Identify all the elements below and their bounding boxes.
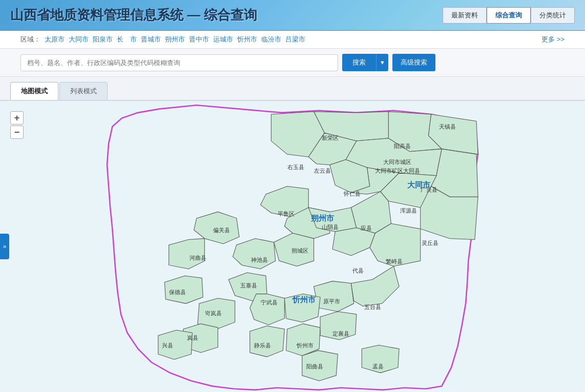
region-xinzhou[interactable]: 忻州市 (237, 35, 257, 44)
zoom-out-button[interactable]: − (10, 126, 24, 139)
search-input[interactable] (20, 54, 338, 71)
region-shuozhou[interactable]: 朔州市 (165, 35, 185, 44)
tab-map[interactable]: 地图模式 (10, 82, 58, 100)
zoom-in-button[interactable]: + (10, 111, 24, 125)
nav-btn-latest[interactable]: 最新资料 (443, 7, 487, 24)
search-dropdown-button[interactable]: ▼ (376, 54, 388, 71)
jingle-polygon[interactable] (250, 326, 285, 357)
region-jinzhong[interactable]: 晋中市 (189, 35, 209, 44)
nav-btn-stats[interactable]: 分类统计 (531, 7, 575, 24)
shenchi-polygon[interactable] (233, 238, 275, 269)
dai-polygon[interactable] (332, 228, 375, 256)
region-chang[interactable]: 长 市 (117, 35, 137, 44)
header: 山西省地质资料管理信息系统 — 综合查询 最新资料 综合查询 分类统计 (0, 0, 585, 31)
region-yuncheng[interactable]: 运城市 (213, 35, 233, 44)
region-toolbar: 区域： 太原市 大同市 阳泉市 长 市 晋城市 朔州市 晋中市 运城市 忻州市 … (0, 31, 585, 49)
xinzhoushi-polygon[interactable] (286, 324, 321, 356)
region-taiyuan[interactable]: 太原市 (45, 35, 65, 44)
wutai-polygon[interactable] (351, 266, 399, 306)
tabs: 地图模式 列表模式 (0, 77, 585, 101)
zoom-controls: + − (10, 111, 24, 139)
advanced-search-button[interactable]: 高级搜索 (392, 54, 435, 71)
dai-label: 代县 (352, 267, 364, 274)
dingxiang-polygon[interactable] (320, 312, 357, 340)
search-button[interactable]: 搜索 (342, 54, 376, 71)
page-title: 山西省地质资料管理信息系统 — 综合查询 (10, 6, 257, 24)
xing-polygon[interactable] (158, 330, 193, 359)
ningwu-polygon[interactable] (250, 294, 285, 325)
search-bar: 搜索 ▼ 高级搜索 (0, 49, 585, 77)
zuoyun-label: 左云县 (314, 168, 331, 174)
search-button-wrap: 搜索 ▼ (342, 54, 388, 71)
region-label: 区域： (20, 35, 40, 44)
region-linfen[interactable]: 临汾市 (261, 35, 281, 44)
xinzhou-polygon[interactable] (284, 294, 320, 322)
shuocheng2-polygon[interactable] (274, 233, 314, 266)
map-svg: 大同市 朔州市 忻州市 天镇县 阳高县 新荣区 大同市城区 大同市矿区大同县 右… (0, 101, 585, 391)
nav-btn-search[interactable]: 综合查询 (487, 7, 531, 24)
region-jincheng[interactable]: 晋城市 (141, 35, 161, 44)
baode-polygon[interactable] (164, 276, 203, 303)
hequ-polygon[interactable] (169, 238, 205, 269)
hunyuan-label: 浑源县 (400, 208, 417, 214)
region-lvliang[interactable]: 吕梁市 (285, 35, 305, 44)
more-regions-link[interactable]: 更多 >> (541, 35, 565, 44)
meng-polygon[interactable] (362, 345, 399, 373)
region-yangquan[interactable]: 阳泉市 (93, 35, 113, 44)
youyu-label: 右玉县 (287, 164, 304, 170)
nav-buttons: 最新资料 综合查询 分类统计 (443, 7, 575, 24)
yangqu-polygon[interactable] (302, 350, 338, 381)
lingqiu-label: 灵丘县 (422, 240, 438, 246)
yuanping-polygon[interactable] (314, 281, 354, 312)
sidebar-toggle[interactable]: » (0, 234, 9, 259)
tab-list[interactable]: 列表模式 (59, 82, 108, 100)
region-datong[interactable]: 大同市 (69, 35, 89, 44)
map-container: + − » (0, 101, 585, 391)
